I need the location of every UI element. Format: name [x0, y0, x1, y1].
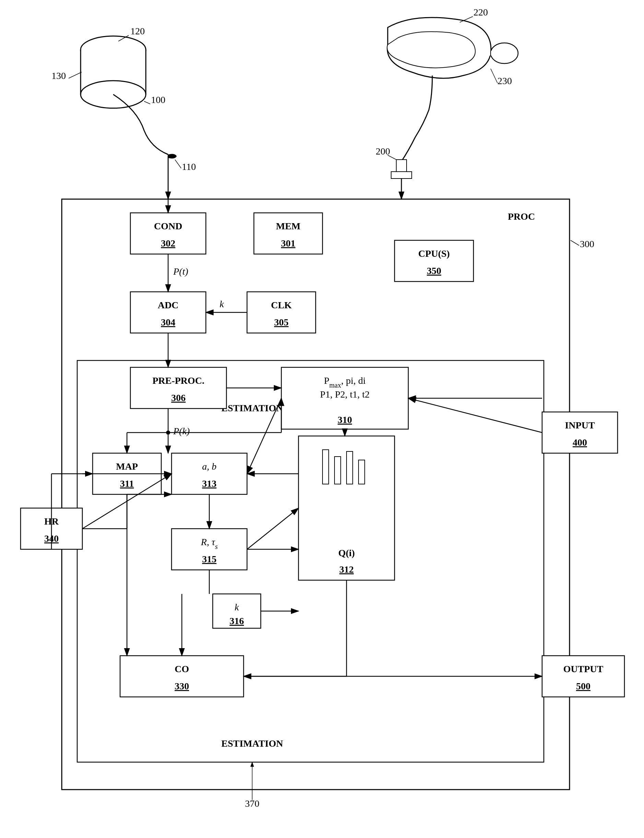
svg-point-11 [491, 43, 518, 64]
svg-point-98 [166, 430, 170, 435]
svg-rect-36 [394, 240, 473, 282]
svg-point-0 [80, 36, 146, 64]
svg-line-8 [69, 72, 82, 78]
svg-rect-30 [130, 213, 206, 254]
svg-rect-24 [62, 199, 570, 790]
svg-rect-70 [213, 594, 261, 628]
svg-rect-14 [396, 160, 407, 173]
svg-text:310: 310 [338, 414, 352, 425]
svg-rect-61 [322, 450, 329, 484]
svg-text:Pmax, pi, di: Pmax, pi, di [324, 375, 366, 389]
svg-text:304: 304 [161, 317, 175, 328]
svg-text:350: 350 [427, 265, 441, 276]
svg-text:220: 220 [473, 7, 488, 18]
svg-rect-15 [391, 172, 412, 178]
svg-text:340: 340 [44, 533, 59, 544]
svg-text:301: 301 [281, 238, 296, 249]
svg-text:P(k): P(k) [173, 426, 190, 436]
svg-rect-76 [21, 508, 82, 549]
svg-line-17 [460, 16, 473, 22]
svg-line-105 [408, 398, 542, 433]
svg-rect-12 [487, 51, 504, 56]
svg-text:370: 370 [245, 798, 260, 809]
svg-text:110: 110 [182, 161, 196, 172]
svg-text:OUTPUT: OUTPUT [564, 663, 603, 674]
svg-rect-50 [281, 367, 408, 429]
svg-text:315: 315 [202, 554, 217, 565]
svg-text:a, b: a, b [202, 461, 217, 472]
svg-text:PRE-PROC.: PRE-PROC. [152, 375, 204, 386]
svg-line-110 [82, 474, 172, 528]
svg-text:INPUT: INPUT [565, 420, 595, 430]
svg-line-21 [491, 69, 498, 83]
svg-rect-63 [347, 451, 353, 484]
svg-rect-33 [254, 213, 322, 254]
svg-rect-42 [247, 292, 315, 333]
svg-text:Q(i): Q(i) [338, 548, 355, 558]
svg-text:P1, P2, t1, t2: P1, P2, t1, t2 [320, 389, 370, 400]
svg-text:k: k [220, 299, 224, 310]
svg-text:COND: COND [154, 221, 182, 231]
svg-text:MEM: MEM [276, 221, 301, 231]
svg-text:330: 330 [175, 681, 189, 691]
svg-rect-60 [299, 436, 394, 580]
svg-line-23 [175, 160, 181, 168]
svg-line-10 [144, 101, 150, 104]
svg-text:ESTIMATION: ESTIMATION [221, 738, 283, 749]
svg-rect-47 [130, 367, 227, 408]
svg-text:313: 313 [202, 478, 217, 489]
svg-text:230: 230 [498, 76, 512, 86]
svg-text:CO: CO [175, 663, 189, 674]
svg-line-6 [118, 35, 129, 41]
svg-text:316: 316 [230, 616, 244, 626]
svg-text:100: 100 [151, 94, 165, 105]
svg-text:130: 130 [51, 71, 66, 81]
svg-text:400: 400 [573, 437, 587, 448]
svg-text:120: 120 [130, 26, 145, 36]
svg-text:305: 305 [274, 317, 289, 328]
diagram-container: 120 130 100 220 200 230 110 [0, 0, 644, 838]
svg-point-4 [80, 81, 146, 108]
svg-rect-64 [358, 460, 365, 484]
svg-line-19 [388, 155, 396, 160]
svg-text:200: 200 [376, 146, 390, 156]
svg-rect-62 [335, 457, 341, 484]
svg-text:CLK: CLK [271, 300, 292, 310]
svg-text:500: 500 [576, 681, 590, 691]
svg-text:P(t): P(t) [173, 266, 188, 277]
svg-text:PROC: PROC [508, 211, 535, 222]
svg-rect-82 [542, 656, 624, 697]
svg-rect-39 [130, 292, 206, 333]
svg-rect-45 [77, 361, 544, 762]
svg-line-118 [247, 508, 299, 549]
svg-text:302: 302 [161, 238, 175, 249]
svg-text:HR: HR [44, 516, 59, 527]
svg-text:312: 312 [339, 564, 354, 575]
svg-text:306: 306 [171, 392, 186, 403]
svg-text:MAP: MAP [116, 461, 138, 472]
svg-text:300: 300 [580, 239, 594, 249]
svg-text:R, τs: R, τs [201, 537, 218, 550]
svg-text:ADC: ADC [158, 300, 179, 310]
svg-rect-73 [120, 656, 243, 697]
svg-text:311: 311 [120, 478, 134, 489]
svg-line-108 [247, 398, 281, 474]
svg-text:k: k [235, 602, 239, 612]
svg-rect-54 [93, 453, 161, 494]
svg-rect-1 [80, 50, 146, 94]
svg-line-27 [570, 240, 579, 245]
svg-rect-79 [542, 412, 618, 453]
svg-text:ESTIMATION: ESTIMATION [221, 403, 283, 413]
svg-rect-57 [172, 453, 247, 494]
svg-rect-67 [172, 528, 247, 570]
svg-text:CPU(S): CPU(S) [418, 248, 450, 259]
